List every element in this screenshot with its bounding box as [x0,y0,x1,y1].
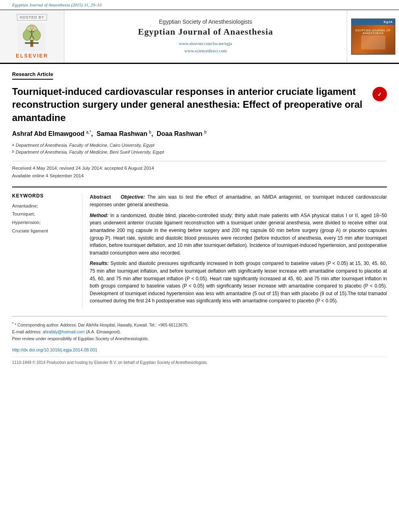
abstract-column: Abstract Objective: The aim was to test … [82,193,387,308]
affil-line-a: a Department of Anesthesia, Faculty of M… [12,142,387,149]
journal-urls: www.elsevier.com/locate/egja www.science… [179,40,232,54]
keywords-heading: KEYWORDS [12,193,76,199]
crossmark-icon[interactable]: ✓ [372,87,387,101]
elsevier-wordmark: ELSEVIER [16,53,48,59]
svg-rect-5 [25,42,39,44]
affil-text-b: Department of Anesthesia, Faculty of Med… [16,149,164,156]
author-sup-a: a,* [86,130,91,134]
results-text: Systolic and diastolic pressures signifi… [90,261,387,304]
doi-link[interactable]: http://dx.doi.org/10.1016/j.egja.2014.08… [12,346,387,353]
method-label: Method: [90,213,109,218]
email-line: E-mail address: ahrafaly@hotmail.com (A.… [12,329,387,335]
article-title-row: Tourniquet-induced cardiovascular respon… [12,85,387,124]
email-name: (A.A. Elmawgood). [86,329,121,334]
keywords-column: KEYWORDS Amantadine; Tourniquet; Hyperte… [12,193,82,308]
journal-url-sciencedirect[interactable]: www.sciencedirect.com [179,47,232,55]
keyword-3: Hypertension; [12,218,76,227]
email-address[interactable]: ahrafaly@hotmail.com [43,329,85,334]
keyword-4: Cruciate ligament [12,227,76,235]
corresponding-note: * * Corresponding author. Address: Dar A… [12,320,387,329]
corresponding-text: * Corresponding author. Address: Dar Alk… [14,322,188,327]
article-type-label: Research Article [12,71,53,80]
abstract-method-para: Method: In a randomized, double blind, p… [90,212,387,257]
abstract-objective-para: Abstract Objective: The aim was to test … [90,193,387,209]
affil-sup-a: a [12,142,14,149]
society-name: Egyptian Society of Anesthesiologists [159,18,252,25]
peer-review-note: Peer review under responsibility of Egyp… [12,335,387,342]
copyright-notice: 1110-1849 © 2014 Production and hosting … [12,357,387,366]
cover-body: Egyptian Journal of ANAESTHESIA [352,25,395,54]
cover-abbr: EgJA [384,20,393,24]
keyword-2: Tourniquet; [12,210,76,218]
keywords-list: Amantadine; Tourniquet; Hypertension; Cr… [12,202,76,235]
objective-label: Objective: [121,194,145,200]
affiliations: a Department of Anesthesia, Faculty of M… [12,142,387,156]
authors-line: Ashraf Abd Elmawgood a,*, Samaa Rashwan … [12,130,387,138]
abstract-results-para: Results: Systolic and diastolic pressure… [90,260,387,305]
footnote-star: * [12,321,14,325]
email-label: E-mail address: [12,329,41,334]
affil-text-a: Department of Anesthesia, Faculty of Med… [16,142,154,149]
footer-notes: * * Corresponding author. Address: Dar A… [12,316,387,366]
main-content: Research Article Tourniquet-induced card… [0,64,399,374]
elsevier-branding: HOSTED BY ELSEVIER [0,10,64,63]
journal-cover-image: EgJA Egyptian Journal of ANAESTHESIA [351,18,395,55]
crossmark-badge[interactable]: ✓ [372,87,387,101]
abstract-section: KEYWORDS Amantadine; Tourniquet; Hyperte… [12,187,387,308]
cover-top-strip: EgJA [352,19,395,25]
cover-decorative-image [361,35,385,49]
hosted-by-label: HOSTED BY [17,14,47,21]
svg-point-6 [30,26,34,30]
header-banner: HOSTED BY ELSEVIER Egyptian Soci [0,10,399,64]
cover-journal-full: Egyptian Journal of ANAESTHESIA [354,29,393,35]
journal-title: Egyptian Journal of Anaesthesia [138,27,273,37]
article-title: Tourniquet-induced cardiovascular respon… [12,85,368,124]
author-sup-b2: b [204,130,207,134]
svg-text:✓: ✓ [377,91,382,98]
affil-sup-b: b [12,149,14,156]
journal-url-elsevier[interactable]: www.elsevier.com/locate/egja [179,40,232,47]
keyword-1: Amantadine; [12,202,76,210]
journal-info-center: Egyptian Society of Anesthesiologists Eg… [64,10,347,63]
journal-cover-area: EgJA Egyptian Journal of ANAESTHESIA [347,10,399,63]
results-label: Results: [90,261,109,266]
journal-reference: Egyptian Journal of Anaesthesia (2015) 3… [0,0,399,10]
elsevier-tree-icon [18,23,46,51]
affil-line-b: b Department of Anesthesia, Faculty of M… [12,149,387,156]
abstract-heading: Abstract [90,194,111,200]
author-sup-b1: b [149,130,152,134]
article-dates: Received 4 May 2014; revised 24 July 201… [12,161,387,180]
elsevier-logo: ELSEVIER [16,23,48,59]
method-text: In a randomized, double blind, placebo-c… [90,213,387,256]
